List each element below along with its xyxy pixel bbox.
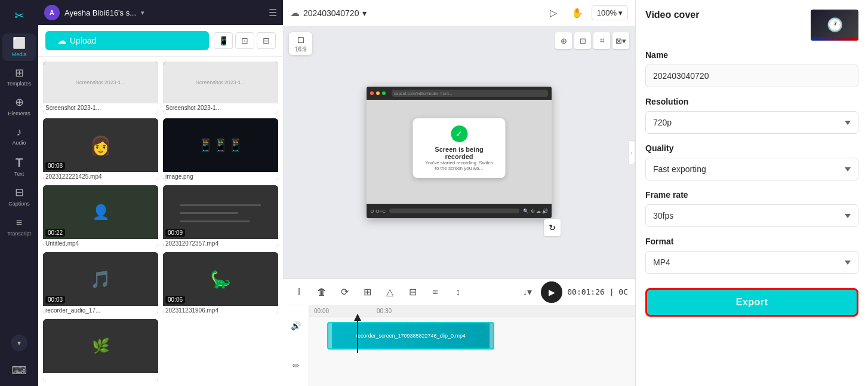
playhead[interactable] bbox=[357, 317, 358, 353]
timeline-content: 🔊 ✏ 00:00 00:30 recorder_screen_17093858… bbox=[283, 305, 635, 386]
split-tool-button[interactable]: I bbox=[290, 283, 308, 301]
list-item[interactable]: 👩 00:08 2023122221425.mp4 bbox=[43, 118, 158, 180]
top-bar: ☁ 202403040720 ▾ ▷ ✋ 100% ▾ bbox=[283, 0, 635, 26]
list-item[interactable]: 🌿 bbox=[43, 319, 158, 381]
audio-icon: ♪ bbox=[17, 126, 22, 139]
sidebar-item-label: Templates bbox=[7, 81, 31, 87]
sidebar-collapse-button[interactable]: ▾ bbox=[11, 335, 27, 351]
export-panel: Video cover 🕐 Name Resolution 720p 480p … bbox=[635, 0, 868, 386]
format-select[interactable]: MP4 MOV GIF WebM bbox=[645, 251, 858, 274]
ruler-mark-1: 00:30 bbox=[377, 308, 392, 314]
list-item[interactable]: 🦕 00:06 202311231906.mp4 bbox=[163, 252, 278, 314]
view-phone-button[interactable]: 📱 bbox=[214, 32, 233, 49]
list-item[interactable]: 🎵 00:03 recorder_audio_17... bbox=[43, 252, 158, 314]
name-input[interactable] bbox=[645, 65, 858, 87]
play-button[interactable]: ▶ bbox=[541, 281, 562, 303]
timeline-toolbar: I 🗑 ⟳ ⊞ △ ⊟ ≡ ↕ ↓▾ ▶ 00:01:26 | 0C bbox=[283, 279, 635, 305]
account-dropdown-icon[interactable]: ▾ bbox=[141, 9, 144, 17]
sidebar-item-label: Text bbox=[14, 171, 24, 177]
ruler-mark-0: 00:00 bbox=[314, 308, 329, 314]
export-button-label: Export bbox=[736, 297, 768, 307]
recording-status: Screen is being recorded bbox=[425, 146, 494, 160]
recording-indicator: ✓ Screen is being recorded You've starte… bbox=[413, 118, 506, 178]
zoom-selector[interactable]: 100% ▾ bbox=[592, 5, 628, 20]
crop-tool-button[interactable]: ⊕ bbox=[555, 32, 572, 49]
aspect-ratio-icon: □ bbox=[298, 35, 304, 45]
format-section: Format MP4 MOV GIF WebM bbox=[645, 237, 858, 274]
transform-tool-button[interactable]: ⌗ bbox=[593, 32, 610, 49]
time-display: 00:01:26 | 0C bbox=[567, 287, 628, 296]
resolution-select[interactable]: 720p 480p 1080p 4K bbox=[645, 111, 858, 134]
crop-timeline-button[interactable]: ⊞ bbox=[358, 283, 376, 301]
video-preview: capcut.com/editor/index_from... ✓ Screen… bbox=[367, 87, 552, 218]
duration-badge: 00:22 bbox=[45, 229, 65, 237]
recording-sub-text: You've started recording. Switch to the … bbox=[425, 160, 494, 171]
file-name: Screenshot 2023-1... bbox=[43, 103, 158, 114]
name-section: Name bbox=[645, 50, 858, 87]
clip-handle-right[interactable] bbox=[490, 323, 493, 348]
view-tablet-button[interactable]: ⊡ bbox=[235, 32, 254, 49]
menu-button[interactable]: ☰ bbox=[269, 7, 277, 19]
aspect-ratio-button[interactable]: □ 16:9 bbox=[289, 32, 312, 55]
duration-badge: 00:08 bbox=[45, 162, 65, 170]
canvas-frame: capcut.com/editor/index_from... ✓ Screen… bbox=[367, 87, 552, 218]
project-title: 202403040720 bbox=[303, 8, 359, 18]
resize-tool-button[interactable]: ⊡ bbox=[574, 32, 591, 49]
rotate-handle[interactable]: ↻ bbox=[544, 219, 561, 236]
list-item[interactable]: 00:09 202312072357.mp4 bbox=[163, 185, 278, 247]
app-logo[interactable]: ✂ bbox=[8, 5, 30, 26]
sidebar-item-templates[interactable]: ⊞ Templates bbox=[2, 63, 36, 91]
scale-button[interactable]: ↕ bbox=[449, 283, 467, 301]
name-label: Name bbox=[645, 50, 858, 60]
upload-button[interactable]: ☁ Upload bbox=[45, 31, 209, 50]
list-item[interactable]: Screenshot 2023-1... Screenshot 2023-1..… bbox=[163, 62, 278, 114]
sidebar-item-audio[interactable]: ♪ Audio bbox=[2, 122, 36, 150]
screenshot-label: Screenshot 2023-1... bbox=[76, 79, 126, 85]
sidebar-item-elements[interactable]: ⊕ Elements bbox=[2, 93, 36, 120]
reorder-button[interactable]: ≡ bbox=[426, 283, 444, 301]
volume-button[interactable]: 🔊 bbox=[283, 305, 309, 346]
zoom-dropdown-icon: ▾ bbox=[618, 8, 623, 17]
transcript-icon: ≡ bbox=[16, 216, 23, 229]
download-button[interactable]: ↓▾ bbox=[518, 283, 536, 301]
chevron-down-icon: ▾ bbox=[17, 339, 21, 347]
resolution-section: Resolution 720p 480p 1080p 4K bbox=[645, 97, 858, 134]
list-item[interactable]: 👤 00:22 Untitled.mp4 bbox=[43, 185, 158, 247]
project-name[interactable]: ☁ 202403040720 ▾ bbox=[290, 7, 367, 19]
edit-clip-button[interactable]: ✏ bbox=[283, 346, 309, 387]
sidebar-item-transcript[interactable]: ≡ Transcript bbox=[2, 213, 36, 240]
rotate-icon[interactable]: ↻ bbox=[544, 219, 561, 236]
video-cover-thumbnail[interactable]: 🕐 bbox=[811, 10, 858, 41]
reverse-tool-button[interactable]: ⟳ bbox=[335, 283, 353, 301]
sidebar-item-text[interactable]: T Text bbox=[2, 152, 36, 180]
avatar: A bbox=[44, 5, 60, 20]
framerate-select[interactable]: 30fps 24fps 60fps bbox=[645, 204, 858, 227]
export-button[interactable]: Export bbox=[645, 288, 858, 317]
hand-tool-button[interactable]: ✋ bbox=[568, 4, 587, 23]
clip-label: recorder_screen_1709385822746_clip_0.mp4 bbox=[356, 333, 466, 339]
upload-icon: ☁ bbox=[57, 35, 66, 46]
cover-flag bbox=[811, 37, 858, 41]
sidebar-item-media[interactable]: ⬜ Media bbox=[2, 33, 36, 61]
clip-handle-left[interactable] bbox=[328, 323, 332, 348]
resolution-select-wrapper: 720p 480p 1080p 4K bbox=[645, 111, 858, 134]
more-tool-button[interactable]: ⊠▾ bbox=[612, 32, 629, 49]
pointer-tool-button[interactable]: ▷ bbox=[544, 4, 563, 23]
sidebar-item-keyboard[interactable]: ⌨ bbox=[2, 361, 36, 381]
sidebar-item-captions[interactable]: ⊟ Captions bbox=[2, 183, 36, 210]
timeline-track-row: recorder_screen_1709385822746_clip_0.mp4 bbox=[309, 317, 635, 353]
mirror-button[interactable]: △ bbox=[381, 283, 399, 301]
duration-badge: 00:03 bbox=[45, 296, 65, 304]
quality-label: Quality bbox=[645, 143, 858, 153]
duration-badge: 00:09 bbox=[165, 229, 185, 237]
list-item[interactable]: 📱📱📱 image.png bbox=[163, 118, 278, 180]
delete-tool-button[interactable]: 🗑 bbox=[313, 283, 331, 301]
sidebar-item-label: Audio bbox=[12, 140, 26, 146]
split2-button[interactable]: ⊟ bbox=[404, 283, 421, 301]
quality-select[interactable]: Fast exporting Better quality Best quali… bbox=[645, 158, 858, 180]
video-clip[interactable]: recorder_screen_1709385822746_clip_0.mp4 bbox=[327, 322, 494, 350]
time-separator: | 0C bbox=[610, 287, 628, 296]
panel-collapse-button[interactable]: › bbox=[628, 140, 635, 164]
view-desktop-button[interactable]: ⊟ bbox=[257, 32, 276, 49]
list-item[interactable]: Screenshot 2023-1... Screenshot 2023-1..… bbox=[43, 62, 158, 114]
